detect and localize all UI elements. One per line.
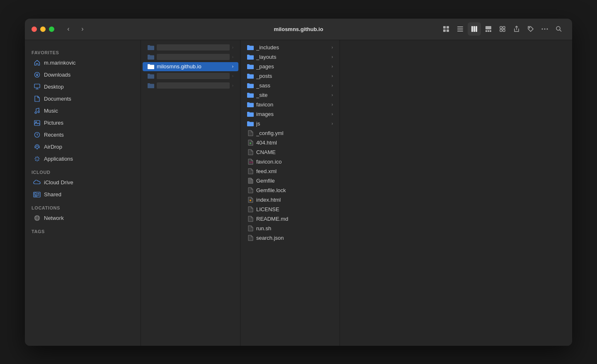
sidebar-item-shared[interactable]: Shared: [28, 189, 137, 200]
sidebar-item-downloads[interactable]: Downloads: [28, 69, 137, 81]
fullscreen-button[interactable]: [49, 27, 54, 32]
sidebar-item-applications[interactable]: Applications: [28, 153, 137, 165]
file-row[interactable]: _config.yml: [242, 129, 338, 138]
file-row[interactable]: index.html: [242, 195, 338, 205]
file-row[interactable]: _site ›: [242, 91, 338, 100]
folder-icon: [148, 82, 154, 89]
file-name: _posts: [256, 73, 329, 79]
chevron-icon: ›: [332, 64, 333, 69]
close-button[interactable]: [32, 27, 37, 32]
file-name: LICENSE: [256, 206, 333, 212]
file-name: Gemfile.lock: [256, 187, 333, 193]
file-row[interactable]: js ›: [242, 119, 338, 128]
toolbar-actions: [439, 22, 565, 36]
titlebar: ‹ › milosmns.github.io: [25, 19, 572, 40]
documents-icon: [33, 95, 41, 103]
file-row[interactable]: Gemfile.lock: [242, 186, 338, 195]
sidebar-item-recents[interactable]: Recents: [28, 129, 137, 141]
file-row[interactable]: _includes ›: [242, 43, 338, 52]
chevron-icon: ›: [332, 74, 333, 78]
sidebar-item-m-marinkovic[interactable]: m.marinkovic: [28, 57, 137, 69]
sidebar-item-label: Network: [44, 215, 64, 221]
file-name: run.sh: [256, 225, 333, 231]
file-icon: [247, 130, 254, 137]
file-row[interactable]: _pages ›: [242, 62, 338, 71]
view-gallery-button[interactable]: [482, 22, 495, 36]
file-row[interactable]: feed.xml: [242, 167, 338, 176]
file-row[interactable]: images ›: [242, 110, 338, 119]
tag-button[interactable]: [524, 22, 537, 36]
file-name: search.json: [256, 235, 333, 241]
back-button[interactable]: ‹: [63, 23, 74, 35]
forward-button[interactable]: ›: [77, 23, 88, 35]
file-row[interactable]: Gemfile: [242, 176, 338, 186]
sidebar-item-label: Desktop: [44, 84, 64, 90]
file-row[interactable]: search.json: [242, 234, 338, 243]
file-name: blurred4: [157, 82, 230, 89]
sidebar-item-desktop[interactable]: Desktop: [28, 81, 137, 93]
chevron-icon: ›: [332, 93, 333, 97]
network-icon: [33, 215, 41, 222]
sidebar-item-label: Pictures: [44, 120, 63, 126]
svg-rect-11: [485, 30, 487, 32]
sidebar-item-airdrop[interactable]: AirDrop: [28, 141, 137, 153]
downloads-icon: [33, 71, 41, 79]
sidebar-item-network[interactable]: Network: [28, 212, 137, 224]
file-row[interactable]: blurred3 ›: [143, 72, 238, 81]
file-row[interactable]: CNAME: [242, 148, 338, 157]
tags-header: Tags: [25, 227, 141, 236]
file-name: _site: [256, 92, 329, 98]
folder-icon: [247, 92, 254, 99]
file-icon: [247, 235, 254, 241]
arrange-button[interactable]: [496, 22, 509, 36]
view-grid-button[interactable]: [439, 22, 453, 36]
sidebar-item-music[interactable]: Music: [28, 105, 137, 117]
more-button[interactable]: [538, 22, 551, 36]
minimize-button[interactable]: [40, 27, 46, 32]
file-row[interactable]: run.sh: [242, 224, 338, 233]
file-name: blurred: [157, 44, 230, 51]
file-row[interactable]: 404.html: [242, 138, 338, 147]
nav-buttons: ‹ ›: [63, 23, 88, 35]
file-row[interactable]: ICO favicon.ico: [242, 157, 338, 166]
content-area: Favorites m.marinkovic Downloads Desktop: [25, 40, 572, 346]
chevron-icon: ›: [232, 83, 233, 88]
folder-icon: [148, 54, 154, 60]
file-icon: [247, 225, 254, 232]
file-row[interactable]: blurred2 ›: [143, 53, 238, 62]
file-name: _layouts: [256, 54, 329, 60]
svg-rect-1: [447, 26, 449, 29]
file-row[interactable]: _sass ›: [242, 81, 338, 90]
sidebar-item-icloud-drive[interactable]: iCloud Drive: [28, 177, 137, 188]
file-row[interactable]: blurred ›: [143, 43, 238, 52]
chevron-icon: ›: [232, 55, 233, 59]
svg-rect-17: [503, 29, 505, 31]
svg-point-31: [38, 111, 39, 113]
sidebar-item-pictures[interactable]: Pictures: [28, 117, 137, 129]
file-row[interactable]: README.md: [242, 215, 338, 224]
pictures-icon: [33, 119, 41, 127]
file-row[interactable]: favicon ›: [242, 100, 338, 109]
folder-icon: [148, 44, 154, 51]
file-row[interactable]: LICENSE: [242, 205, 338, 214]
file-row[interactable]: _posts ›: [242, 72, 338, 81]
file-row[interactable]: _layouts ›: [242, 53, 338, 62]
column-3: [340, 40, 572, 346]
view-column-button[interactable]: [468, 22, 481, 36]
svg-rect-12: [488, 30, 489, 32]
columns-area: blurred › blurred2 › milosmns.github.io …: [141, 40, 572, 346]
svg-point-30: [35, 112, 36, 113]
sidebar-item-label: Shared: [44, 191, 61, 198]
svg-point-49: [250, 200, 251, 201]
sidebar-item-documents[interactable]: Documents: [28, 93, 137, 105]
folder-icon: [247, 121, 254, 127]
locations-header: Locations: [25, 204, 141, 212]
file-row-selected[interactable]: milosmns.github.io ›: [143, 62, 238, 71]
svg-rect-10: [485, 26, 491, 29]
share-button[interactable]: [510, 22, 523, 36]
sidebar-item-label: Applications: [44, 156, 73, 162]
search-button[interactable]: [552, 22, 565, 36]
file-row[interactable]: blurred4 ›: [143, 81, 238, 90]
view-mode-group: [439, 22, 495, 36]
view-list-button[interactable]: [454, 22, 467, 36]
